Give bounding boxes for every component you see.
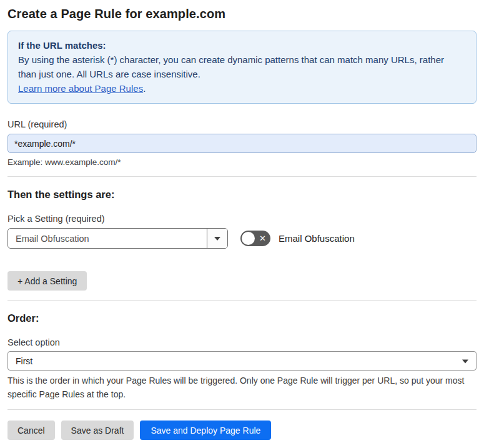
divider-settings-order bbox=[7, 300, 477, 301]
toggle-label: Email Obfuscation bbox=[279, 233, 355, 244]
info-box-heading: If the URL matches: bbox=[18, 38, 466, 52]
setting-picker-value: Email Obfuscation bbox=[8, 229, 207, 248]
order-select[interactable]: First bbox=[7, 351, 477, 371]
setting-picker-arrow-button[interactable] bbox=[207, 229, 227, 248]
add-setting-button[interactable]: + Add a Setting bbox=[7, 271, 87, 291]
page-title: Create a Page Rule for example.com bbox=[7, 7, 477, 21]
order-help-text: This is the order in which your Page Rul… bbox=[7, 374, 473, 401]
save-deploy-button[interactable]: Save and Deploy Page Rule bbox=[140, 421, 271, 440]
link-period: . bbox=[143, 83, 146, 94]
url-field-label: URL (required) bbox=[7, 119, 477, 129]
info-box-body: By using the asterisk (*) character, you… bbox=[18, 52, 455, 81]
info-box-link-line: Learn more about Page Rules. bbox=[18, 81, 466, 96]
url-match-info-box: If the URL matches: By using the asteris… bbox=[7, 31, 477, 104]
setting-picker-label: Pick a Setting (required) bbox=[7, 214, 477, 224]
chevron-down-icon bbox=[214, 237, 220, 241]
chevron-down-icon bbox=[462, 359, 468, 363]
setting-row: Email Obfuscation ✕ Email Obfuscation bbox=[7, 228, 477, 249]
save-draft-button[interactable]: Save as Draft bbox=[61, 421, 134, 440]
toggle-knob bbox=[242, 232, 255, 245]
divider-footer bbox=[7, 409, 477, 410]
url-example-hint: Example: www.example.com/* bbox=[7, 157, 477, 167]
toggle-off-x-icon: ✕ bbox=[259, 234, 266, 242]
learn-more-link[interactable]: Learn more about Page Rules bbox=[18, 83, 143, 94]
order-select-value: First bbox=[16, 356, 32, 366]
url-input[interactable] bbox=[7, 134, 477, 153]
setting-picker-dropdown[interactable]: Email Obfuscation bbox=[7, 228, 228, 249]
email-obfuscation-toggle[interactable]: ✕ bbox=[240, 231, 270, 246]
order-section-heading: Order: bbox=[7, 312, 477, 324]
order-select-label: Select option bbox=[7, 337, 477, 347]
divider-url-settings bbox=[7, 176, 477, 177]
settings-section-heading: Then the settings are: bbox=[7, 189, 477, 201]
footer-actions: Cancel Save as Draft Save and Deploy Pag… bbox=[7, 421, 477, 440]
cancel-button[interactable]: Cancel bbox=[7, 421, 55, 440]
